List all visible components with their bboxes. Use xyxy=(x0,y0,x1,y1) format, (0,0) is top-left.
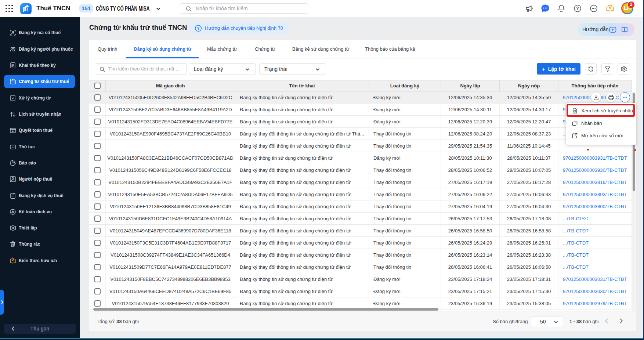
svg-text:?: ? xyxy=(197,26,200,30)
svg-text:?: ? xyxy=(576,6,579,11)
